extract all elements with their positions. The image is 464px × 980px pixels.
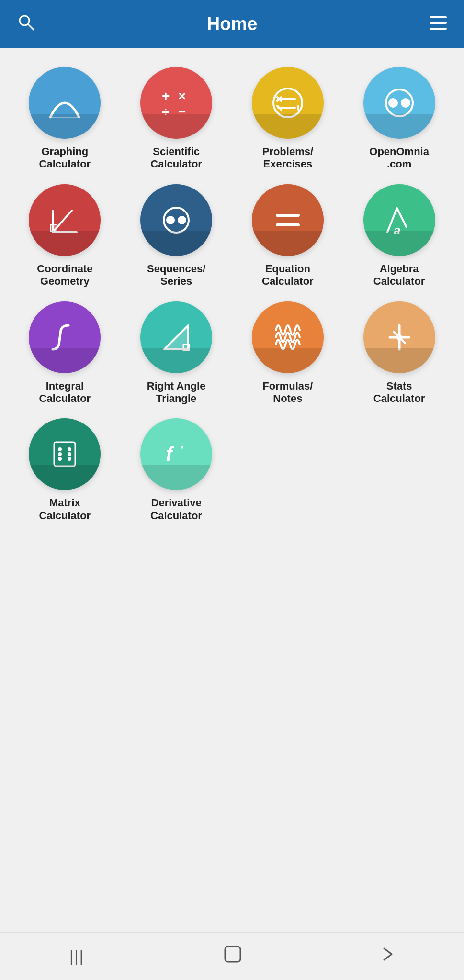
- svg-text:×: ×: [178, 89, 186, 103]
- svg-point-24: [166, 216, 175, 224]
- app-icon-coordinate-geometry: [29, 184, 101, 256]
- app-item-right-angle-triangle[interactable]: Right AngleTriangle: [123, 301, 230, 405]
- svg-text:': ': [181, 444, 183, 456]
- app-label-equation-calculator: EquationCalculator: [262, 263, 314, 288]
- svg-line-15: [277, 106, 281, 110]
- svg-text:÷: ÷: [162, 104, 169, 119]
- app-item-stats-calculator[interactable]: StatsCalculator: [346, 301, 453, 405]
- app-icon-matrix-calculator: [29, 418, 101, 490]
- svg-point-10: [273, 89, 302, 117]
- svg-point-18: [388, 98, 398, 108]
- app-grid: GraphingCalculator + × ÷ − ScientificCal…: [0, 48, 464, 541]
- app-icon-integral-calculator: [29, 301, 101, 373]
- app-label-scientific-calculator: ScientificCalculator: [150, 145, 202, 171]
- app-item-formulas-notes[interactable]: Formulas/Notes: [235, 301, 341, 405]
- app-icon-scientific-calculator: + × ÷ −: [140, 67, 212, 139]
- app-icon-algebra-calculator: a: [363, 184, 435, 256]
- app-item-equation-calculator[interactable]: EquationCalculator: [235, 184, 341, 288]
- svg-point-40: [58, 452, 62, 456]
- app-item-openomnia[interactable]: OpenOmnia.com: [346, 67, 453, 171]
- svg-point-25: [178, 216, 186, 224]
- app-icon-openomnia: [363, 67, 435, 139]
- menu-icon[interactable]: [430, 15, 447, 33]
- svg-point-38: [58, 447, 62, 451]
- app-item-problems-exercises[interactable]: Problems/Exercises: [235, 67, 341, 171]
- header: Home: [0, 0, 464, 48]
- app-label-algebra-calculator: AlgebraCalculator: [373, 263, 425, 288]
- app-item-scientific-calculator[interactable]: + × ÷ − ScientificCalculator: [123, 67, 230, 171]
- svg-point-39: [68, 447, 71, 451]
- svg-text:−: −: [178, 104, 186, 119]
- app-icon-formulas-notes: [252, 301, 324, 373]
- app-item-graphing-calculator[interactable]: GraphingCalculator: [11, 67, 118, 171]
- svg-line-1: [28, 24, 34, 30]
- forward-icon[interactable]: [381, 945, 395, 968]
- svg-point-41: [68, 452, 71, 456]
- svg-marker-31: [164, 325, 188, 349]
- svg-rect-46: [225, 947, 240, 962]
- app-item-integral-calculator[interactable]: IntegralCalculator: [11, 301, 118, 405]
- app-item-sequences-series[interactable]: Sequences/Series: [123, 184, 230, 288]
- app-icon-graphing-calculator: [29, 67, 101, 139]
- bottom-nav: |||: [0, 932, 464, 980]
- app-label-graphing-calculator: GraphingCalculator: [39, 145, 91, 171]
- home-icon[interactable]: [223, 945, 242, 968]
- app-icon-problems-exercises: [252, 67, 324, 139]
- app-item-coordinate-geometry[interactable]: CoordinateGeometry: [11, 184, 118, 288]
- svg-point-42: [58, 457, 62, 461]
- svg-rect-3: [430, 22, 447, 24]
- app-icon-equation-calculator: [252, 184, 324, 256]
- app-item-matrix-calculator[interactable]: MatrixCalculator: [11, 418, 118, 522]
- app-label-stats-calculator: StatsCalculator: [373, 380, 425, 405]
- app-label-problems-exercises: Problems/Exercises: [262, 145, 313, 171]
- page-title: Home: [207, 14, 258, 34]
- back-icon[interactable]: |||: [69, 947, 84, 965]
- app-icon-stats-calculator: [363, 301, 435, 373]
- svg-rect-22: [50, 225, 57, 232]
- app-label-formulas-notes: Formulas/Notes: [262, 380, 313, 405]
- svg-point-43: [68, 457, 71, 461]
- app-icon-derivative-calculator: f ': [140, 418, 212, 490]
- app-label-right-angle-triangle: Right AngleTriangle: [147, 380, 206, 405]
- app-label-derivative-calculator: DerivativeCalculator: [150, 497, 202, 522]
- svg-point-36: [396, 334, 402, 340]
- app-label-openomnia: OpenOmnia.com: [369, 145, 429, 171]
- app-label-coordinate-geometry: CoordinateGeometry: [37, 263, 92, 288]
- svg-rect-4: [430, 28, 447, 30]
- app-label-integral-calculator: IntegralCalculator: [39, 380, 91, 405]
- app-icon-sequences-series: [140, 184, 212, 256]
- svg-point-19: [401, 98, 410, 108]
- search-icon[interactable]: [17, 13, 34, 34]
- app-label-sequences-series: Sequences/Series: [147, 263, 205, 288]
- app-icon-right-angle-triangle: [140, 301, 212, 373]
- app-label-matrix-calculator: MatrixCalculator: [39, 497, 91, 522]
- app-item-algebra-calculator[interactable]: a AlgebraCalculator: [346, 184, 453, 288]
- svg-rect-2: [430, 16, 447, 18]
- svg-text:f: f: [166, 443, 174, 466]
- svg-text:+: +: [162, 89, 170, 103]
- svg-rect-37: [54, 442, 75, 466]
- svg-text:a: a: [394, 223, 400, 237]
- app-item-derivative-calculator[interactable]: f ' DerivativeCalculator: [123, 418, 230, 522]
